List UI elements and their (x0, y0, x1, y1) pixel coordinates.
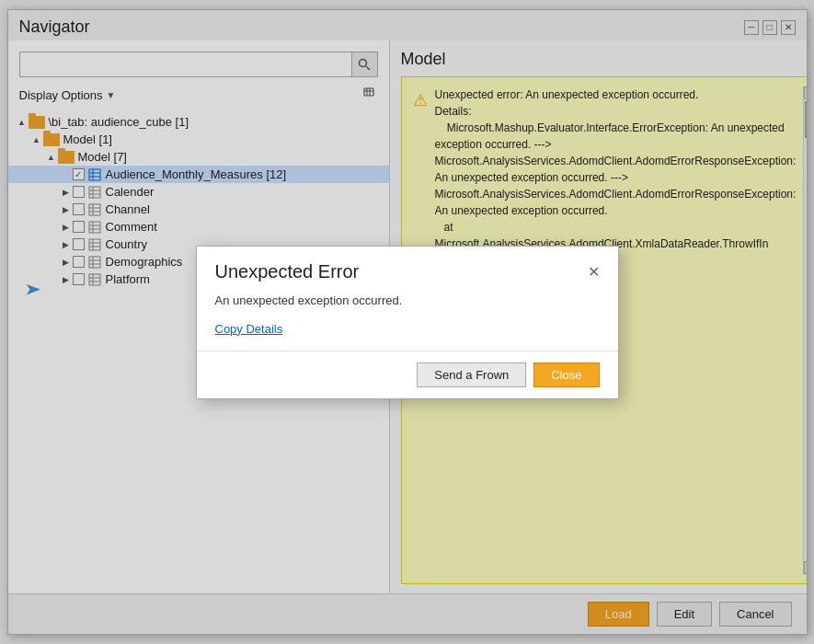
modal-close-button[interactable]: ✕ (588, 263, 600, 281)
modal-header: Unexpected Error ✕ (197, 247, 618, 290)
modal-title: Unexpected Error (215, 261, 360, 282)
send-frown-button[interactable]: Send a Frown (417, 362, 526, 387)
modal-overlay: Unexpected Error ✕ An unexpected excepti… (8, 10, 807, 634)
modal-message: An unexpected exception occurred. (215, 293, 600, 307)
navigator-window: Navigator ─ □ ✕ Displa (7, 9, 808, 635)
modal-close-action-button[interactable]: Close (533, 362, 599, 387)
copy-details-button[interactable]: Copy Details (215, 322, 283, 336)
modal-footer: Send a Frown Close (197, 351, 618, 398)
unexpected-error-modal: Unexpected Error ✕ An unexpected excepti… (196, 246, 619, 399)
modal-body: An unexpected exception occurred. Copy D… (197, 290, 618, 351)
